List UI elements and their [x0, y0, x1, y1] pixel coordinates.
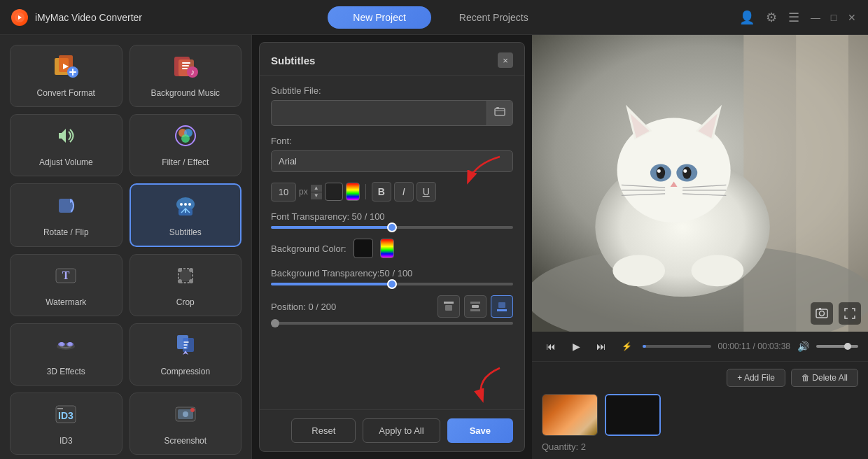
subtitle-file-label: Subtitle File: — [271, 85, 513, 96]
svg-rect-29 — [59, 342, 64, 346]
file-thumbnails — [542, 394, 858, 436]
minimize-button[interactable]: — — [811, 13, 820, 22]
delete-all-button[interactable]: 🗑 Delete All — [791, 369, 858, 387]
sidebar-item-subtitles[interactable]: Subtitles — [130, 183, 242, 247]
3d-effects-label: 3D Effects — [47, 367, 85, 376]
subtitles-dialog-area: Subtitles × Subtitle File: — [252, 35, 532, 459]
thumbnail-1[interactable] — [542, 394, 598, 436]
dialog-footer: Reset Apply to All Save — [260, 409, 524, 451]
maximize-button[interactable]: □ — [829, 13, 839, 22]
background-color-swatch[interactable] — [354, 239, 373, 258]
id3-label: ID3 — [59, 436, 73, 446]
progress-bar[interactable] — [643, 345, 711, 348]
add-file-button[interactable]: + Add File — [727, 369, 785, 387]
px-unit-label: px — [299, 187, 308, 197]
title-bar: iMyMac Video Converter New Project Recen… — [0, 0, 868, 35]
close-button[interactable]: ✕ — [847, 13, 857, 22]
settings-icon[interactable]: ⚙ — [766, 10, 777, 25]
font-select[interactable]: ArialTimes New RomanHelveticaVerdanaGeor… — [271, 150, 513, 172]
window-controls: — □ ✕ — [811, 13, 857, 22]
dialog-body: Subtitle File: Font: — [260, 76, 524, 409]
sidebar-item-screenshot[interactable]: Screenshot — [130, 393, 242, 455]
quantity-label: Quantity: 2 — [542, 442, 858, 452]
convert-format-icon — [53, 54, 78, 83]
time-display: 00:00:11 / 00:03:38 — [718, 341, 790, 351]
dialog-close-button[interactable]: × — [498, 52, 513, 68]
svg-point-38 — [190, 408, 195, 412]
font-color-gradient-swatch[interactable] — [346, 183, 360, 201]
sidebar-item-adjust-volume[interactable]: Adjust Volume — [10, 114, 122, 176]
svg-point-15 — [180, 203, 183, 206]
play-button[interactable]: ▶ — [567, 337, 585, 355]
sidebar-item-convert-format[interactable]: Convert Format — [10, 45, 122, 107]
sidebar-item-crop[interactable]: Crop — [130, 254, 242, 316]
volume-icon: 🔊 — [797, 341, 809, 352]
background-color-row: Background Color: — [271, 239, 513, 258]
fullscreen-overlay-button[interactable] — [839, 302, 861, 325]
subtitle-file-input[interactable] — [272, 102, 486, 124]
sidebar-item-id3[interactable]: ID3 ID3 — [10, 393, 122, 455]
screenshot-overlay-button[interactable] — [811, 302, 833, 325]
underline-button[interactable]: U — [416, 182, 436, 202]
compression-label: Compression — [160, 367, 210, 376]
svg-rect-45 — [470, 309, 480, 311]
svg-rect-77 — [819, 308, 821, 310]
position-center-button[interactable] — [464, 295, 486, 318]
svg-rect-30 — [68, 342, 72, 346]
adjust-volume-label: Adjust Volume — [39, 157, 93, 167]
app-logo — [11, 9, 28, 26]
font-size-input[interactable] — [271, 183, 296, 202]
sidebar-item-watermark[interactable]: T Watermark — [10, 254, 122, 316]
sidebar-item-filter-effect[interactable]: Filter / Effect — [130, 114, 242, 176]
speed-button[interactable]: ⚡ — [617, 337, 636, 355]
screenshot-icon — [173, 402, 198, 430]
convert-format-label: Convert Format — [37, 88, 95, 98]
new-project-tab[interactable]: New Project — [328, 6, 430, 29]
font-size-increment[interactable]: ▲ — [311, 185, 322, 192]
position-slider[interactable] — [271, 322, 513, 325]
thumbnail-2[interactable] — [605, 394, 661, 436]
italic-button[interactable]: I — [394, 182, 414, 202]
watermark-icon: T — [53, 263, 78, 292]
file-browse-button[interactable] — [486, 101, 512, 125]
skip-forward-button[interactable]: ⏭ — [592, 337, 610, 355]
font-color-swatch[interactable] — [325, 183, 343, 201]
svg-point-11 — [181, 134, 190, 143]
font-transparency-slider[interactable] — [271, 226, 513, 229]
position-top-button[interactable] — [438, 295, 460, 318]
sidebar-item-background-music[interactable]: ♪ Background Music — [130, 45, 242, 107]
video-preview — [532, 35, 868, 332]
sidebar-item-rotate-flip[interactable]: Rotate / Flip — [10, 183, 122, 247]
background-transparency-slider[interactable] — [271, 283, 513, 285]
position-row: Position: 0 / 200 — [271, 295, 513, 318]
apply-to-all-button[interactable]: Apply to All — [363, 418, 440, 443]
volume-slider[interactable] — [816, 345, 858, 348]
background-gradient-swatch[interactable] — [380, 239, 394, 258]
file-panel: + Add File 🗑 Delete All Quantity: 2 — [532, 361, 868, 459]
subtitle-file-input-row — [271, 100, 513, 126]
svg-rect-47 — [497, 309, 507, 311]
font-transparency-label: Font Transparency: 50 / 100 — [271, 211, 513, 222]
bold-button[interactable]: B — [372, 182, 391, 202]
skip-back-button[interactable]: ⏮ — [542, 337, 560, 355]
title-bar-right: 👤 ⚙ ☰ — □ ✕ — [739, 10, 857, 25]
video-frame — [532, 35, 868, 332]
reset-button[interactable]: Reset — [291, 418, 356, 443]
menu-icon[interactable]: ☰ — [788, 10, 799, 25]
position-bottom-button[interactable] — [491, 295, 513, 318]
recent-projects-tab[interactable]: Recent Projects — [434, 6, 554, 29]
filter-effect-icon — [173, 123, 198, 152]
svg-rect-21 — [180, 270, 191, 281]
save-button[interactable]: Save — [447, 418, 513, 443]
sidebar-item-compression[interactable]: Compression — [130, 323, 242, 386]
font-size-decrement[interactable]: ▼ — [311, 192, 322, 199]
user-icon[interactable]: 👤 — [739, 10, 755, 25]
background-color-label: Background Color: — [271, 243, 346, 254]
background-music-label: Background Music — [150, 88, 220, 98]
font-label: Font: — [271, 136, 513, 146]
svg-point-22 — [178, 268, 182, 272]
svg-point-73 — [612, 255, 665, 286]
dialog-title: Subtitles — [271, 55, 315, 66]
sidebar-item-3d-effects[interactable]: 3D Effects — [10, 323, 122, 386]
svg-point-63 — [682, 167, 691, 178]
